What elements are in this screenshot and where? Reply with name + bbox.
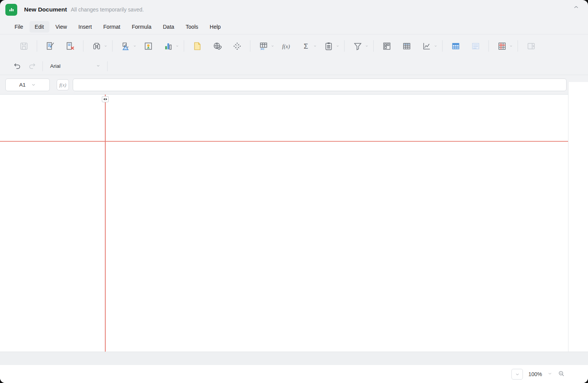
menu-tools[interactable]: Tools [180, 21, 204, 33]
save-status: All changes temporarily saved. [71, 7, 144, 13]
toolbar-divider [373, 40, 374, 52]
menu-formula[interactable]: Formula [126, 21, 157, 33]
right-sidebar [568, 82, 588, 365]
sum-dropdown-icon[interactable] [313, 44, 317, 48]
document-title[interactable]: New Document [24, 6, 67, 13]
find-button[interactable] [90, 39, 103, 52]
filter-dropdown-icon[interactable] [365, 44, 369, 48]
undo-button[interactable] [11, 61, 23, 72]
insert-image-button[interactable] [142, 39, 155, 52]
zoom-preset-button[interactable] [511, 369, 523, 380]
format-as-table-button[interactable] [449, 39, 462, 52]
menu-format[interactable]: Format [98, 21, 126, 33]
redo-button [26, 61, 38, 72]
clear-format-button[interactable] [64, 39, 77, 52]
insert-chart-button[interactable] [162, 39, 175, 52]
filter-button[interactable] [351, 39, 364, 52]
toolbar-divider [488, 40, 489, 52]
sparkline-button[interactable] [420, 39, 433, 52]
menu-bar: FileEditViewInsertFormatFormulaDataTools… [0, 19, 588, 34]
menu-file[interactable]: File [9, 21, 29, 33]
sparkline-dropdown-icon[interactable] [434, 44, 438, 48]
formatbar-divider [107, 61, 108, 71]
title-bar: New Document All changes temporarily sav… [0, 0, 588, 19]
scatter-button[interactable] [230, 39, 243, 52]
app-window: New Document All changes temporarily sav… [0, 0, 588, 383]
menu-help[interactable]: Help [204, 21, 226, 33]
freeze-dropdown-icon[interactable] [509, 44, 513, 48]
status-bar: 100% [0, 365, 588, 383]
toolbar-divider [518, 40, 518, 52]
main-toolbar: >=f(x)Σ [0, 34, 588, 57]
conditional-format-button[interactable]: >= [257, 39, 270, 52]
format-painter-button[interactable] [44, 39, 57, 52]
formula-input[interactable] [73, 79, 567, 91]
table-style-button[interactable] [469, 39, 482, 52]
find-dropdown-icon[interactable] [104, 44, 108, 48]
format-toolbar: Arial [0, 57, 588, 75]
sheet-tab-bar [0, 352, 588, 365]
shapes-dropdown-icon[interactable] [133, 44, 137, 48]
chevron-down-icon [96, 63, 101, 69]
font-family-select[interactable]: Arial [46, 61, 104, 72]
new-sheet-button[interactable] [191, 39, 204, 52]
cell-name-box[interactable]: A1 [5, 79, 50, 91]
font-size-decrease-button[interactable] [112, 61, 124, 72]
toolbar-divider [37, 40, 37, 52]
menu-insert[interactable]: Insert [73, 21, 97, 33]
spreadsheet-grid [0, 95, 568, 352]
formula-bar: A1 f(x) [0, 75, 588, 95]
formatbar-divider [42, 61, 43, 71]
zoom-level[interactable]: 100% [528, 371, 542, 377]
zoom-out-icon[interactable] [558, 370, 565, 379]
paste-special-dropdown-icon[interactable] [336, 44, 340, 48]
app-logo-icon [5, 4, 17, 16]
menu-edit[interactable]: Edit [29, 21, 49, 33]
menu-view[interactable]: View [50, 21, 72, 33]
side-panel-button [524, 39, 537, 52]
freeze-button[interactable] [495, 39, 508, 52]
zoom-dropdown-icon[interactable] [547, 371, 552, 378]
hidden-column-line [105, 95, 106, 352]
collapse-toolbar-icon[interactable] [573, 4, 580, 12]
table-filter-button[interactable] [400, 39, 413, 52]
toolbar-divider [112, 40, 113, 52]
menu-data[interactable]: Data [158, 21, 180, 33]
function-button[interactable]: f(x) [279, 39, 292, 52]
fx-icon: f(x) [57, 79, 69, 90]
pivot-layout-button[interactable] [380, 39, 393, 52]
active-cell-ref: A1 [19, 82, 26, 88]
save-button [17, 39, 30, 52]
toolbar-divider [83, 40, 83, 52]
svg-text:Σ: Σ [304, 42, 308, 50]
toolbar-divider [250, 40, 250, 52]
sum-button[interactable]: Σ [299, 39, 312, 52]
shapes-button[interactable] [119, 39, 132, 52]
svg-text:>=: >= [260, 47, 264, 51]
paste-special-button[interactable] [322, 39, 335, 52]
font-family-select-value: Arial [50, 63, 60, 69]
insert-chart-dropdown-icon[interactable] [175, 44, 179, 48]
toolbar-divider [344, 40, 345, 52]
hidden-column-indicator[interactable] [102, 96, 109, 102]
frozen-rows-line [0, 141, 568, 142]
conditional-format-dropdown-icon[interactable] [271, 44, 274, 48]
toolbar-divider [442, 40, 443, 52]
toolbar-divider [184, 40, 184, 52]
web-link-button[interactable] [211, 39, 224, 52]
svg-text:f(x): f(x) [282, 43, 290, 49]
